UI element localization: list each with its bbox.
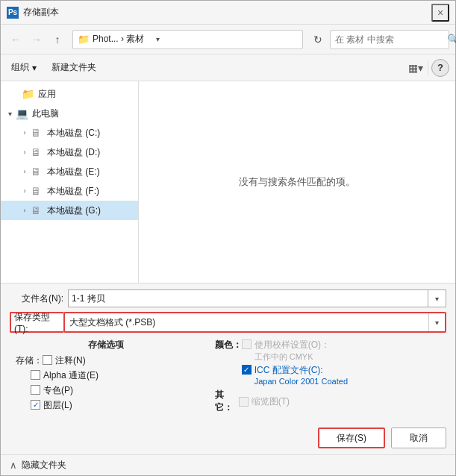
spot-label: 专色(P) <box>43 384 73 397</box>
sidebar-item-local-e[interactable]: › 🖥 本地磁盘 (E:) <box>1 162 138 181</box>
save-copy-dialog: Ps 存储副本 × ← → ↑ 📁 Phot... › 素材 ▾ ↻ 🔍 组织 … <box>0 0 456 476</box>
sidebar-item-this-pc[interactable]: ▾ 💻 此电脑 <box>1 104 138 123</box>
sidebar-item-local-f[interactable]: › 🖥 本地磁盘 (F:) <box>1 181 138 201</box>
thumbnail-label: 缩览图(T) <box>252 395 290 408</box>
sidebar-label-this-pc: 此电脑 <box>32 107 59 120</box>
save-options: 存储选项 存储： 注释(N) Alpha 通道(E) 专色(P) 图层(L) <box>10 339 203 417</box>
proof-row: 使用校样设置(O)： 工作中的 CMYK <box>242 339 446 363</box>
icc-checkbox[interactable] <box>242 365 252 375</box>
cancel-button[interactable]: 取消 <box>391 428 446 448</box>
forward-button[interactable]: → <box>28 31 46 48</box>
file-area: 没有与搜索条件匹配的项。 <box>139 81 455 283</box>
save-label: 存储： <box>16 354 43 367</box>
hide-folder-bar[interactable]: ∧ 隐藏文件夹 <box>1 454 455 475</box>
annotation-label: 注释(N) <box>55 354 86 367</box>
search-box: 🔍 <box>330 30 449 49</box>
sidebar-label-f: 本地磁盘 (F:) <box>47 185 99 198</box>
save-row: 存储： 注释(N) <box>10 354 203 367</box>
color-section-label: 颜色： <box>215 339 242 351</box>
filename-label: 文件名(N): <box>10 292 63 305</box>
new-folder-button[interactable]: 新建文件夹 <box>47 58 101 78</box>
filename-row: 文件名(N): ▾ <box>10 289 446 307</box>
action-row: 保存(S) 取消 <box>10 425 446 448</box>
title-bar: Ps 存储副本 × <box>1 1 455 25</box>
bottom-section: 文件名(N): ▾ 保存类型(T): 大型文档格式 (*.PSB) ▾ 存储选项… <box>1 283 455 454</box>
breadcrumb-path: Phot... › 素材 <box>93 33 144 46</box>
sidebar-item-local-g[interactable]: › 🖥 本地磁盘 (G:) <box>1 201 138 220</box>
filetype-row: 保存类型(T): 大型文档格式 (*.PSB) ▾ <box>10 312 446 333</box>
breadcrumb-dropdown-icon[interactable]: ▾ <box>150 32 165 47</box>
alpha-checkbox[interactable] <box>31 370 40 380</box>
search-icon: 🔍 <box>447 34 456 45</box>
sidebar-item-local-c[interactable]: › 🖥 本地磁盘 (C:) <box>1 123 138 143</box>
filetype-label: 保存类型(T): <box>10 312 63 333</box>
other-section: 其它： 缩览图(T) <box>215 389 446 414</box>
tree-arrow-this-pc: ▾ <box>4 110 16 118</box>
spot-row: 专色(P) <box>10 384 203 397</box>
filename-input[interactable] <box>68 289 428 307</box>
app-icon: Ps <box>7 7 19 19</box>
up-button[interactable]: ↑ <box>49 31 66 48</box>
save-options-title: 存储选项 <box>10 339 203 351</box>
main-content: 📁 应用 ▾ 💻 此电脑 › 🖥 本地磁盘 (C:) › 🖥 本地磁盘 (D:) <box>1 81 455 283</box>
folder-icon: 📁 <box>78 34 90 45</box>
dialog-title: 存储副本 <box>23 6 59 19</box>
organize-toolbar: 组织 ▾ 新建文件夹 ▦ ▾ ? <box>1 54 455 81</box>
organize-dropdown-icon: ▾ <box>32 63 37 73</box>
tree-arrow-f: › <box>19 187 31 195</box>
proof-label: 使用校样设置(O)： <box>254 339 330 350</box>
sidebar: 📁 应用 ▾ 💻 此电脑 › 🖥 本地磁盘 (C:) › 🖥 本地磁盘 (D:) <box>1 81 139 283</box>
sidebar-label-c: 本地磁盘 (C:) <box>47 127 100 140</box>
alpha-label: Alpha 通道(E) <box>43 369 99 382</box>
color-options-inner: 使用校样设置(O)： 工作中的 CMYK ICC 配置文件(C): Japan … <box>242 339 446 386</box>
alpha-row: Alpha 通道(E) <box>10 369 203 382</box>
help-button[interactable]: ? <box>431 59 449 77</box>
tree-arrow-g: › <box>19 207 31 214</box>
tree-arrow-c: › <box>19 129 31 137</box>
other-label: 其它： <box>215 389 239 414</box>
proof-sublabel: 工作中的 CMYK <box>254 351 330 363</box>
options-section: 存储选项 存储： 注释(N) Alpha 通道(E) 专色(P) 图层(L) <box>10 339 446 417</box>
breadcrumb[interactable]: 📁 Phot... › 素材 ▾ <box>72 30 303 49</box>
sidebar-label-apps: 应用 <box>38 88 56 101</box>
sidebar-label-d: 本地磁盘 (D:) <box>47 146 100 159</box>
empty-message: 没有与搜索条件匹配的项。 <box>239 175 355 189</box>
nav-toolbar: ← → ↑ 📁 Phot... › 素材 ▾ ↻ 🔍 <box>1 25 455 54</box>
layers-checkbox[interactable] <box>31 400 40 410</box>
hide-folder-label: 隐藏文件夹 <box>22 459 66 472</box>
search-input[interactable] <box>335 34 447 45</box>
spot-checkbox[interactable] <box>31 385 40 395</box>
back-button[interactable]: ← <box>7 31 25 48</box>
close-button[interactable]: × <box>431 4 449 22</box>
view-button[interactable]: ▦ ▾ <box>407 59 425 77</box>
filetype-dropdown-icon[interactable]: ▾ <box>428 313 445 331</box>
hide-folder-icon: ∧ <box>10 460 17 471</box>
sidebar-label-e: 本地磁盘 (E:) <box>47 166 100 178</box>
thumbnail-checkbox <box>239 397 249 407</box>
title-bar-left: Ps 存储副本 <box>7 6 59 19</box>
sidebar-item-apps[interactable]: 📁 应用 <box>1 84 138 104</box>
organize-button[interactable]: 组织 ▾ <box>7 58 41 78</box>
proof-checkbox <box>242 339 252 349</box>
filetype-value: 大型文档格式 (*.PSB) <box>65 313 428 331</box>
sidebar-label-g: 本地磁盘 (G:) <box>47 204 101 217</box>
annotation-checkbox[interactable] <box>43 355 52 365</box>
tree-arrow-e: › <box>19 168 31 175</box>
save-button[interactable]: 保存(S) <box>318 428 385 448</box>
filetype-bordered: 大型文档格式 (*.PSB) ▾ <box>63 312 446 333</box>
sidebar-item-local-d[interactable]: › 🖥 本地磁盘 (D:) <box>1 143 138 162</box>
color-section: 颜色： 使用校样设置(O)： 工作中的 CMYK <box>215 339 446 386</box>
color-options: 颜色： 使用校样设置(O)： 工作中的 CMYK <box>215 339 446 417</box>
view-icon: ▦ <box>408 62 418 74</box>
refresh-button[interactable]: ↻ <box>309 31 327 48</box>
filename-dropdown-icon[interactable]: ▾ <box>428 289 446 307</box>
tree-arrow-d: › <box>19 148 31 156</box>
icc-row: ICC 配置文件(C): Japan Color 2001 Coated <box>242 364 446 386</box>
icc-label: ICC 配置文件(C): <box>254 365 323 375</box>
icc-sublabel: Japan Color 2001 Coated <box>254 377 348 386</box>
layers-label: 图层(L) <box>43 399 72 412</box>
toolbar2-right: ▦ ▾ ? <box>407 59 449 77</box>
view-dropdown-icon: ▾ <box>418 62 423 74</box>
layers-row: 图层(L) <box>10 399 203 412</box>
